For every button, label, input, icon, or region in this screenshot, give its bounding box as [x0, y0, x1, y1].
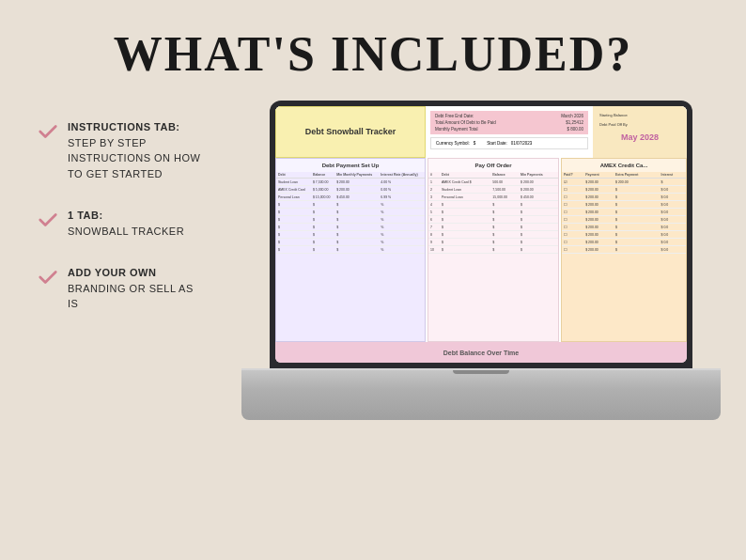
bullet-text-tab: 1 TAB: SNOWBALL TRACKER [68, 208, 184, 239]
table-row: ☐$ 200.00$$ 0.0 [562, 246, 686, 254]
debt-free-label: Debt Free End Date: [435, 114, 474, 118]
monthly-payment-label: Monthly Payment Total [435, 127, 477, 132]
ss-payment-setup-title: Debt Payment Set Up [276, 159, 425, 172]
table-row: 1 AMEX Credit Card $ 500.00 $ 200.00 [428, 179, 558, 186]
cell-min: $ 200.00 [334, 179, 379, 186]
table-row: 3 Personal Loan 15,000.00 $ 450.00 [428, 194, 558, 201]
currency-value: $ [474, 141, 476, 146]
ss-col-payoff-order: Pay Off Order # Debt Balance Min Payment… [427, 158, 559, 342]
monthly-payment-value: $ 800.00 [567, 127, 583, 132]
cell-debt: Personal Loan [276, 194, 311, 201]
table-row: ☐$ 200.00$$ 0.0 [562, 209, 686, 216]
ss-df-row-3: Monthly Payment Total $ 800.00 [435, 127, 583, 132]
debt-paid-by-value: May 2028 [599, 129, 680, 146]
table-row: ☐$ 200.00$$ 0.0 [562, 186, 686, 194]
start-date-value: 01/07/2023 [511, 141, 533, 146]
table-row: 9$$$ [428, 239, 558, 246]
left-panel: INSTRUCTIONS TAB: STEP BY STEP INSTRUCTI… [0, 101, 225, 552]
currency-label: Currency Symbol: [436, 141, 470, 146]
ss-col-payment-setup: Debt Payment Set Up Debt Balance Min Mon… [275, 158, 426, 342]
bullet-item-instructions: INSTRUCTIONS TAB: STEP BY STEP INSTRUCTI… [38, 119, 207, 181]
table-row: 2 Student Loan 7,500.00 $ 200.00 [428, 186, 558, 194]
laptop-base [241, 368, 721, 420]
ss-title-block: Debt Snowball Tracker [275, 106, 426, 158]
bullet-text-branding: ADD YOUR OWN BRANDING OR SELL AS IS [68, 265, 207, 312]
ss-footer: Debt Balance Over Time [275, 342, 687, 363]
table-row: ☐$ 200.00$$ 0.0 [562, 201, 686, 209]
check-icon-2 [38, 210, 58, 230]
ss-currency-row: Currency Symbol: $ Start Date: 01/07/202… [430, 137, 588, 149]
cell-min: $ 450.00 [334, 194, 379, 201]
table-row: $$$% [276, 209, 425, 216]
table-row: ☑ $ 200.00 $ 200.00 $ [562, 179, 686, 186]
ss-header: Debt Snowball Tracker Debt Free End Date… [275, 106, 687, 158]
table-row: $$$% [276, 224, 425, 231]
table-row: AMEX Credit Card $ 5,000.00 $ 200.00 0.0… [276, 186, 425, 194]
start-date-label: Start Date: [487, 141, 507, 146]
debt-free-value: March 2026 [561, 114, 583, 118]
page-title: WHAT'S INCLUDED? [0, 0, 746, 82]
table-row: Student Loan $ 7,500.00 $ 200.00 4.00 % [276, 179, 425, 186]
ss-payoff-order-title: Pay Off Order [428, 159, 558, 172]
laptop-screen: Debt Snowball Tracker Debt Free End Date… [275, 106, 687, 363]
ss-footer-text: Debt Balance Over Time [443, 350, 519, 356]
table-row: ☐$ 200.00$$ 0.0 [562, 224, 686, 231]
ss-title-text: Debt Snowball Tracker [305, 127, 396, 138]
table-row: $$$% [276, 231, 425, 239]
cell-interest: 0.00 % [379, 186, 425, 194]
ss-credit-card-table: Paid? Payment Extra Payment Interest [562, 172, 686, 254]
table-row: $$$% [276, 246, 425, 254]
cell-debt: AMEX Credit Card [276, 186, 311, 194]
table-row: 10$$$ [428, 246, 558, 254]
table-row: Personal Loan $ 15,000.00 $ 450.00 6.99 … [276, 194, 425, 201]
starting-balance-label: Starting Balance: [599, 113, 680, 118]
ss-debt-free: Debt Free End Date: March 2026 Total Amo… [430, 111, 588, 134]
check-icon-3 [38, 267, 58, 288]
ss-df-row-2: Total Amount Of Debt to Be Paid $1,25412 [435, 120, 583, 125]
cell-balance: $ 15,000.00 [311, 194, 334, 201]
cell-interest: 6.99 % [379, 194, 425, 201]
laptop-screen-wrapper: Debt Snowball Tracker Debt Free End Date… [270, 101, 692, 368]
table-row: $$$% [276, 216, 425, 224]
cell-debt: Student Loan [276, 179, 311, 186]
table-row: ☐$ 200.00$$ 0.0 [562, 216, 686, 224]
table-row: $$$% [276, 201, 425, 209]
table-row: ☐$ 200.00$$ 0.0 [562, 194, 686, 201]
cell-interest: 4.00 % [379, 179, 425, 186]
table-row: 8$$$ [428, 231, 558, 239]
table-row: ☐$ 200.00$$ 0.0 [562, 231, 686, 239]
ss-payoff-order-table: # Debt Balance Min Payments 1 [428, 172, 558, 254]
ss-header-right: Starting Balance: Debt Paid Off By May 2… [593, 106, 687, 158]
table-row: 7$$$ [428, 224, 558, 231]
table-row: 5$$$ [428, 209, 558, 216]
spreadsheet: Debt Snowball Tracker Debt Free End Date… [275, 106, 687, 363]
total-debt-value: $1,25412 [566, 120, 583, 125]
right-panel: Debt Snowball Tracker Debt Free End Date… [225, 101, 746, 552]
ss-right-top: Starting Balance: Debt Paid Off By May 2… [597, 110, 683, 148]
laptop-mockup: Debt Snowball Tracker Debt Free End Date… [241, 101, 721, 420]
ss-df-row-1: Debt Free End Date: March 2026 [435, 114, 583, 118]
table-row: 6$$$ [428, 216, 558, 224]
ss-credit-card-title: AMEX Credit Ca... [562, 159, 686, 172]
cell-balance: $ 7,500.00 [311, 179, 334, 186]
check-icon-1 [38, 121, 58, 142]
ss-col-credit-card: AMEX Credit Ca... Paid? Payment Extra Pa… [561, 158, 687, 342]
table-row: ☐$ 200.00$$ 0.0 [562, 239, 686, 246]
table-row: $$$% [276, 239, 425, 246]
ss-header-middle: Debt Free End Date: March 2026 Total Amo… [426, 106, 593, 158]
ss-payment-setup-table: Debt Balance Min Monthly Payments Intere… [276, 172, 425, 254]
total-debt-label: Total Amount Of Debt to Be Paid [435, 120, 496, 125]
bullet-item-branding: ADD YOUR OWN BRANDING OR SELL AS IS [38, 265, 207, 312]
cell-balance: $ 5,000.00 [311, 186, 334, 194]
bullet-text-instructions: INSTRUCTIONS TAB: STEP BY STEP INSTRUCTI… [68, 119, 207, 181]
bullet-item-tab: 1 TAB: SNOWBALL TRACKER [38, 208, 207, 239]
ss-body: Debt Payment Set Up Debt Balance Min Mon… [275, 158, 687, 342]
content-area: INSTRUCTIONS TAB: STEP BY STEP INSTRUCTI… [0, 101, 746, 552]
table-row: 4$$$ [428, 201, 558, 209]
cell-min: $ 200.00 [334, 186, 379, 194]
